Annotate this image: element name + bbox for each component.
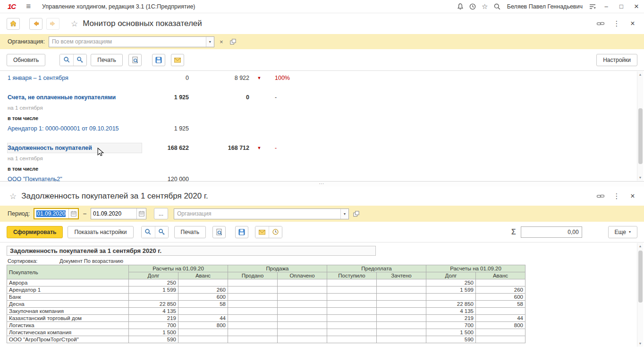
organization-dropdown-icon[interactable]: ▾	[206, 37, 214, 47]
print-button[interactable]: Печать	[91, 54, 122, 66]
value-cell[interactable]: 800	[476, 322, 525, 329]
period-from-input[interactable]: 01.09.2020	[34, 209, 68, 218]
col-header-offset[interactable]: Зачтено	[377, 272, 426, 279]
customer-cell[interactable]: Десна	[7, 301, 129, 308]
organization-clear-icon[interactable]: ×	[217, 37, 226, 46]
scroll-down-icon[interactable]: ▼	[637, 174, 643, 181]
schedule-clock-icon[interactable]	[269, 226, 282, 238]
report-header-cell[interactable]: Задолженность покупателей за 1 сентября …	[7, 246, 376, 256]
scroll-up-icon[interactable]: ▲	[637, 71, 643, 78]
favorites-star-icon[interactable]: ☆	[479, 1, 491, 12]
value-cell[interactable]	[278, 329, 327, 336]
organization-input[interactable]	[49, 37, 206, 47]
value-cell[interactable]	[377, 308, 426, 315]
value-cell[interactable]: 800	[178, 322, 228, 329]
value-cell[interactable]	[228, 308, 278, 315]
find-next-icon[interactable]	[73, 54, 86, 66]
value-cell[interactable]: 4 135	[426, 308, 476, 315]
value-cell[interactable]	[327, 294, 377, 301]
value-cell[interactable]	[377, 336, 426, 343]
value-cell[interactable]	[327, 308, 377, 315]
value-cell[interactable]: 58	[476, 301, 525, 308]
col-header-received[interactable]: Поступило	[327, 272, 377, 279]
save-icon[interactable]	[152, 54, 165, 66]
value-cell[interactable]	[178, 336, 228, 343]
scroll-thumb[interactable]	[638, 251, 643, 303]
window-close-button[interactable]: ×	[629, 0, 644, 13]
value-cell[interactable]	[228, 279, 278, 286]
value-cell[interactable]: 58	[178, 301, 228, 308]
value-cell[interactable]	[327, 301, 377, 308]
value-cell[interactable]	[278, 279, 327, 286]
col-header-advance2[interactable]: Аванс	[476, 272, 525, 279]
favorite-star-icon[interactable]: ☆	[9, 191, 17, 201]
value-cell[interactable]	[228, 329, 278, 336]
report-scrollbar[interactable]: ▲ ▼	[637, 243, 643, 347]
indicator-label[interactable]: Задолженность покупателей	[8, 143, 142, 153]
value-cell[interactable]	[228, 294, 278, 301]
value-cell[interactable]	[278, 336, 327, 343]
customer-cell[interactable]: Логистическая компания	[7, 329, 129, 336]
find-icon[interactable]	[142, 226, 155, 238]
notifications-bell-icon[interactable]	[454, 1, 466, 12]
send-mail-icon[interactable]	[171, 54, 184, 66]
save-icon[interactable]	[235, 226, 248, 238]
send-mail-icon[interactable]	[255, 226, 269, 238]
value-cell[interactable]	[476, 336, 525, 343]
organization-dropdown-icon[interactable]: ▾	[340, 209, 348, 219]
value-cell[interactable]: 590	[129, 336, 178, 343]
find-icon[interactable]	[60, 54, 73, 66]
value-cell[interactable]	[377, 301, 426, 308]
calendar-icon[interactable]	[68, 209, 78, 218]
value-cell[interactable]: 44	[476, 315, 525, 322]
get-link-icon[interactable]	[596, 19, 605, 28]
value-cell[interactable]: 260	[476, 286, 525, 294]
col-header-debt2[interactable]: Долг	[426, 272, 476, 279]
col-header-sold[interactable]: Продано	[228, 272, 278, 279]
value-cell[interactable]	[377, 294, 426, 301]
current-user-name[interactable]: Беляев Павел Геннадьевич	[507, 3, 583, 10]
value-cell[interactable]	[228, 301, 278, 308]
customer-cell[interactable]: Казахстанский торговый дом	[7, 315, 129, 322]
value-cell[interactable]	[278, 294, 327, 301]
organization-open-icon[interactable]	[351, 209, 361, 218]
value-cell[interactable]	[327, 279, 377, 286]
favorite-star-icon[interactable]: ☆	[71, 19, 78, 29]
more-menu-icon[interactable]: ⋮	[612, 191, 621, 201]
value-cell[interactable]	[377, 329, 426, 336]
value-cell[interactable]	[377, 286, 426, 294]
value-cell[interactable]: 1 500	[129, 329, 178, 336]
value-cell[interactable]	[278, 315, 327, 322]
value-cell[interactable]	[476, 308, 525, 315]
home-button[interactable]	[7, 18, 20, 30]
get-link-icon[interactable]	[596, 191, 605, 201]
scroll-up-icon[interactable]: ▲	[637, 243, 643, 249]
value-cell[interactable]: 600	[178, 294, 228, 301]
col-group-sales[interactable]: Продажа	[228, 265, 327, 272]
indicator-label[interactable]: ООО "Покупатель2"	[8, 176, 142, 181]
panel-close-icon[interactable]: ×	[628, 19, 637, 28]
value-cell[interactable]	[129, 294, 178, 301]
period-to-input[interactable]	[91, 208, 136, 219]
find-next-icon[interactable]	[155, 226, 168, 238]
value-cell[interactable]: 1 500	[426, 329, 476, 336]
customer-cell[interactable]: Аврора	[7, 279, 129, 286]
customer-cell[interactable]: Банк	[7, 294, 129, 301]
value-cell[interactable]	[426, 294, 476, 301]
value-cell[interactable]	[476, 329, 525, 336]
panel-splitter[interactable]: ⋯	[0, 181, 644, 187]
value-cell[interactable]	[327, 329, 377, 336]
forward-button[interactable]	[46, 18, 59, 30]
value-cell[interactable]: 250	[426, 279, 476, 286]
value-cell[interactable]: 22 850	[129, 301, 178, 308]
col-header-advance[interactable]: Аванс	[178, 272, 228, 279]
more-menu-icon[interactable]: ⋮	[612, 19, 621, 28]
minimize-button[interactable]: –	[599, 0, 614, 13]
back-button[interactable]	[29, 18, 42, 30]
main-menu-icon[interactable]: ≡	[26, 2, 31, 10]
value-cell[interactable]	[377, 322, 426, 329]
value-cell[interactable]: 1 599	[129, 286, 178, 294]
col-header-paid[interactable]: Оплачено	[278, 272, 327, 279]
autosum-icon[interactable]: Σ	[511, 228, 516, 236]
value-cell[interactable]	[327, 315, 377, 322]
